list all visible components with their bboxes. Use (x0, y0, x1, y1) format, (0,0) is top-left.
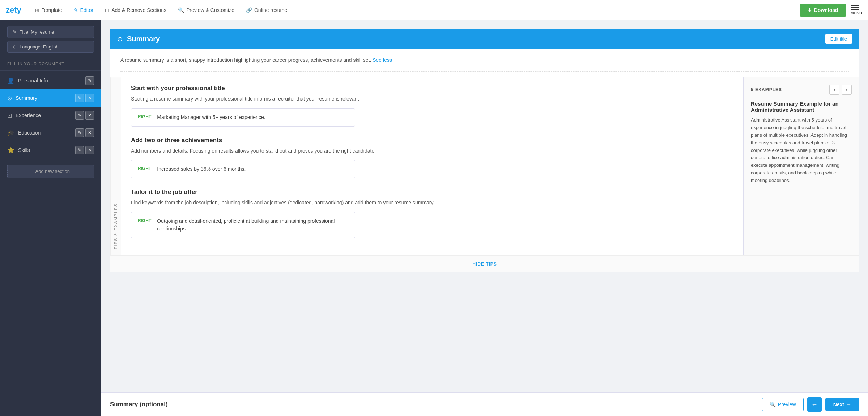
example-card-title: Resume Summary Example for an Administra… (751, 101, 852, 113)
app-layout: ✎ Title: My resume ⊙ Language: English F… (0, 20, 868, 416)
brand-logo[interactable]: zety (6, 5, 21, 15)
menu-button[interactable]: MENU (851, 5, 862, 15)
add-section-button[interactable]: + Add new section (7, 165, 94, 178)
summary-delete-btn[interactable]: ✕ (85, 94, 94, 102)
language-button[interactable]: ⊙ Language: English (7, 41, 94, 53)
content-card: A resume summary is a short, snappy intr… (110, 49, 859, 272)
download-button[interactable]: ⬇ Download (800, 4, 846, 17)
fill-document-label: FILL IN YOUR DOCUMENT (0, 59, 101, 69)
examples-next-btn[interactable]: › (842, 85, 852, 95)
back-button[interactable]: ← (807, 397, 822, 412)
sidebar: ✎ Title: My resume ⊙ Language: English F… (0, 20, 101, 416)
edit-title-button[interactable]: Edit title (825, 34, 852, 44)
arrow-left-icon: ← (811, 401, 818, 408)
example-card-text: Administrative Assistant with 5 years of… (751, 116, 852, 184)
section-header: ⊙ Summary Edit title (110, 29, 859, 49)
intro-section: A resume summary is a short, snappy intr… (110, 49, 859, 72)
examples-prev-btn[interactable]: ‹ (829, 85, 839, 95)
sidebar-item-experience[interactable]: ⊡ Experience ✎ ✕ (0, 107, 101, 124)
tip-3-example: RIGHT Outgoing and detail-oriented, prof… (131, 212, 355, 238)
experience-actions: ✎ ✕ (75, 111, 94, 120)
arrow-right-icon: → (846, 402, 851, 407)
nav-template[interactable]: ⊞ Template (30, 4, 67, 16)
examples-panel-header: 5 EXAMPLES ‹ › (751, 85, 852, 95)
editor-icon: ✎ (74, 7, 78, 13)
section-header-icon: ⊙ (117, 35, 123, 43)
online-icon: 🔗 (246, 7, 252, 13)
tip-1-example-text: Marketing Manager with 5+ years of exper… (157, 114, 265, 121)
add-remove-icon: ⊡ (105, 7, 109, 13)
person-icon: 👤 (7, 77, 14, 84)
skills-delete-btn[interactable]: ✕ (85, 146, 94, 154)
tip-1-desc: Starting a resume summary with your prof… (131, 95, 733, 103)
personal-info-actions: ✎ (85, 76, 94, 85)
download-icon: ⬇ (808, 7, 812, 13)
tip-1-title: Start with your professional title (131, 85, 733, 92)
skills-edit-btn[interactable]: ✎ (75, 146, 84, 154)
sidebar-item-education[interactable]: 🎓 Education ✎ ✕ (0, 124, 101, 141)
nav-add-remove[interactable]: ⊡ Add & Remove Sections (100, 4, 171, 16)
title-button[interactable]: ✎ Title: My resume (7, 26, 94, 38)
tip-1: Start with your professional title Start… (131, 85, 733, 126)
sidebar-top-buttons: ✎ Title: My resume ⊙ Language: English (0, 26, 101, 59)
skills-icon: ⭐ (7, 147, 14, 154)
education-icon: 🎓 (7, 130, 14, 136)
bottom-bar: Summary (optional) 🔍 Preview ← Next → (101, 392, 868, 416)
summary-icon: ⊙ (7, 95, 12, 102)
summary-edit-btn[interactable]: ✎ (75, 94, 84, 102)
sidebar-item-summary[interactable]: ⊙ Summary ✎ ✕ (0, 89, 101, 107)
next-button[interactable]: Next → (825, 398, 859, 411)
skills-actions: ✎ ✕ (75, 146, 94, 154)
main-content: ⊙ Summary Edit title A resume summary is… (101, 20, 868, 416)
see-less-link[interactable]: See less (373, 57, 392, 63)
hide-tips-bar: HIDE TIPS (110, 255, 859, 272)
tip-2: Add two or three achievements Add number… (131, 137, 733, 178)
tip-3-title: Tailor it to the job offer (131, 188, 733, 196)
examples-nav: ‹ › (829, 85, 852, 95)
education-edit-btn[interactable]: ✎ (75, 128, 84, 137)
experience-icon: ⊡ (7, 112, 12, 119)
tip-2-example: RIGHT Increased sales by 36% over 6 mont… (131, 160, 355, 178)
tips-examples-wrapper: TIPS & EXAMPLES Start with your professi… (110, 77, 859, 255)
tip-3-example-text: Outgoing and detail-oriented, proficient… (157, 217, 348, 233)
language-icon: ⊙ (13, 44, 17, 50)
preview-nav-icon: 🔍 (178, 7, 184, 13)
right-badge-1: RIGHT (138, 114, 151, 119)
examples-count: 5 EXAMPLES (751, 87, 782, 92)
hide-tips-button[interactable]: HIDE TIPS (472, 262, 497, 267)
topnav: zety ⊞ Template ✎ Editor ⊡ Add & Remove … (0, 0, 868, 20)
nav-editor[interactable]: ✎ Editor (69, 4, 99, 16)
education-delete-btn[interactable]: ✕ (85, 128, 94, 137)
right-badge-2: RIGHT (138, 165, 151, 171)
preview-icon: 🔍 (770, 402, 776, 407)
tip-2-desc: Add numbers and details. Focusing on res… (131, 147, 733, 155)
experience-edit-btn[interactable]: ✎ (75, 111, 84, 120)
examples-panel: 5 EXAMPLES ‹ › Resume Summary Example fo… (743, 77, 859, 255)
bottom-actions: 🔍 Preview ← Next → (762, 397, 859, 412)
bottom-section-label: Summary (optional) (110, 401, 168, 408)
tip-1-example: RIGHT Marketing Manager with 5+ years of… (131, 108, 355, 127)
tip-2-example-text: Increased sales by 36% over 6 months. (157, 165, 246, 173)
sidebar-item-personal-info[interactable]: 👤 Personal Info ✎ (0, 72, 101, 89)
summary-actions: ✎ ✕ (75, 94, 94, 102)
nav-preview[interactable]: 🔍 Preview & Customize (173, 4, 239, 16)
tip-3-desc: Find keywords from the job description, … (131, 199, 733, 207)
education-actions: ✎ ✕ (75, 128, 94, 137)
tip-2-title: Add two or three achievements (131, 137, 733, 144)
right-badge-3: RIGHT (138, 217, 151, 223)
section-title: Summary (127, 35, 825, 43)
intro-text: A resume summary is a short, snappy intr… (120, 56, 849, 64)
topnav-right: ⬇ Download MENU (800, 4, 862, 17)
experience-delete-btn[interactable]: ✕ (85, 111, 94, 120)
tips-vertical-label: TIPS & EXAMPLES (110, 77, 121, 255)
preview-button[interactable]: 🔍 Preview (762, 398, 804, 411)
pencil-icon: ✎ (13, 29, 17, 35)
template-icon: ⊞ (35, 7, 39, 13)
personal-info-edit-btn[interactable]: ✎ (85, 76, 94, 85)
sidebar-item-skills[interactable]: ⭐ Skills ✎ ✕ (0, 141, 101, 159)
nav-items: ⊞ Template ✎ Editor ⊡ Add & Remove Secti… (30, 4, 800, 16)
tip-3: Tailor it to the job offer Find keywords… (131, 188, 733, 238)
nav-online[interactable]: 🔗 Online resume (241, 4, 292, 16)
tips-content: Start with your professional title Start… (121, 77, 743, 255)
